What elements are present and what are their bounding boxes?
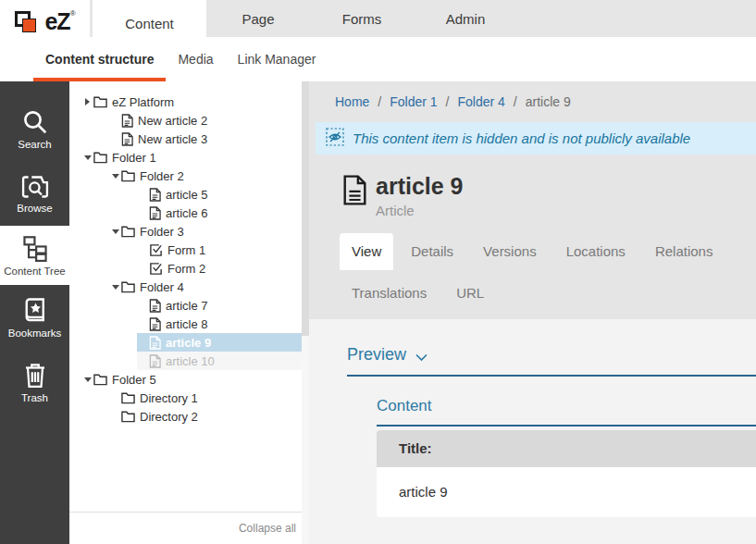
content-tabs: ViewDetailsVersionsLocationsRelationsTra… (340, 233, 756, 312)
tree-item-label: article 6 (166, 206, 208, 220)
tree-item-label: Directory 1 (140, 391, 198, 405)
tree-item-form-1[interactable]: Form 1 (69, 241, 302, 259)
notice-text: This content item is hidden and is not p… (353, 130, 690, 146)
top-tab-page[interactable]: Page (206, 0, 310, 37)
folder-icon (121, 169, 135, 182)
folder-icon (121, 391, 135, 404)
caret-collapsed-icon[interactable] (81, 98, 93, 105)
logo-text: eZ (44, 8, 69, 35)
tree-item-folder-3[interactable]: Folder 3 (69, 222, 302, 241)
hidden-eye-icon (326, 128, 344, 149)
tree-item-label: article 5 (166, 188, 208, 202)
sidebar-item-browse[interactable]: Browse (0, 161, 69, 226)
content-head-area: Home/Folder 1/Folder 4/article 9 This co… (309, 81, 756, 319)
document-icon (342, 175, 367, 218)
breadcrumb-separator: / (514, 94, 517, 109)
preview-toggle[interactable]: Preview (347, 343, 756, 377)
tab-url[interactable]: URL (444, 275, 496, 312)
caret-expanded-icon[interactable] (81, 377, 93, 382)
tree-item-label: Folder 5 (112, 373, 156, 387)
tree-scrollbar-thumb[interactable] (302, 81, 309, 336)
sidebar-item-content-tree[interactable]: Content Tree (0, 226, 69, 285)
tab-locations[interactable]: Locations (554, 233, 638, 270)
tree-item-article-9[interactable]: article 9 (69, 333, 302, 352)
breadcrumb-folder-1[interactable]: Folder 1 (390, 94, 437, 109)
top-tab-admin[interactable]: Admin (414, 0, 517, 37)
tree-item-label: Form 1 (167, 243, 205, 257)
tree-item-new-article-3[interactable]: New article 3 (69, 130, 302, 148)
top-navbar: eZ ® ContentPageFormsAdmin (0, 0, 756, 37)
caret-expanded-icon[interactable] (109, 285, 121, 290)
breadcrumb-home[interactable]: Home (335, 94, 369, 109)
sidebar-item-label: Content Tree (4, 266, 65, 277)
article-icon (121, 132, 133, 146)
field-label: Title: (377, 430, 756, 467)
tree-item-label: Folder 1 (112, 151, 156, 165)
sidebar-item-label: Browse (17, 203, 52, 214)
breadcrumb-separator: / (378, 94, 381, 109)
tab-details[interactable]: Details (399, 233, 465, 270)
form-icon (149, 262, 163, 276)
tree-item-folder-5[interactable]: Folder 5 (69, 370, 302, 389)
tree-item-article-7[interactable]: article 7 (69, 296, 302, 315)
sidebar-item-label: Trash (21, 392, 48, 403)
tree-item-label: article 9 (166, 336, 211, 350)
tree-item-directory-1[interactable]: Directory 1 (69, 389, 302, 407)
hidden-content-notice: This content item is hidden and is not p… (316, 122, 756, 155)
article-icon (149, 299, 161, 313)
tree-item-article-10[interactable]: article 10 (69, 352, 302, 370)
top-nav-tabs: ContentPageFormsAdmin (93, 0, 517, 46)
sidebar-item-search[interactable]: Search (0, 96, 69, 161)
sidebar-item-trash[interactable]: Trash (0, 350, 69, 414)
tree-item-article-6[interactable]: article 6 (69, 204, 302, 222)
collapse-all-button[interactable]: Collapse all (239, 522, 296, 535)
tab-relations[interactable]: Relations (643, 233, 725, 270)
folder-icon (93, 373, 107, 386)
sidebar-item-label: Bookmarks (8, 328, 62, 339)
content-tree-panel: eZ PlatformNew article 2New article 3Fol… (69, 81, 309, 544)
breadcrumb-article-9: article 9 (526, 94, 571, 109)
caret-expanded-icon[interactable] (109, 174, 121, 179)
tree-item-article-5[interactable]: article 5 (69, 185, 302, 204)
top-tab-content[interactable]: Content (93, 0, 206, 46)
tree-scrollbar[interactable] (302, 81, 309, 544)
content-type-label: Article (376, 203, 464, 218)
tree-item-label: Form 2 (167, 262, 205, 276)
folder-icon (121, 280, 135, 293)
tree-item-form-2[interactable]: Form 2 (69, 259, 302, 278)
tree-item-folder-1[interactable]: Folder 1 (69, 148, 302, 167)
tree-item-label: Directory 2 (140, 410, 198, 424)
tree-item-label: New article 2 (138, 114, 207, 128)
bookmarks-icon (21, 297, 49, 325)
top-tab-forms[interactable]: Forms (310, 0, 414, 37)
content-section-heading: Content (377, 397, 756, 427)
content-tree-icon (20, 235, 50, 263)
browse-icon (20, 174, 50, 200)
tab-view[interactable]: View (340, 233, 393, 270)
tree-item-label: article 10 (166, 354, 215, 368)
sidebar-item-bookmarks[interactable]: Bookmarks (0, 285, 69, 350)
tree-item-article-8[interactable]: article 8 (69, 315, 302, 333)
field-value: article 9 (377, 467, 756, 517)
caret-expanded-icon[interactable] (109, 229, 121, 234)
tree-item-folder-2[interactable]: Folder 2 (69, 167, 302, 185)
tab-translations[interactable]: Translations (340, 275, 439, 312)
tree-item-label: Folder 3 (140, 225, 184, 239)
tab-view-body: Preview Content Title: article 9 (309, 319, 756, 517)
registered-mark: ® (70, 9, 76, 18)
tab-versions[interactable]: Versions (471, 233, 549, 270)
tree-item-ez-platform[interactable]: eZ Platform (69, 93, 302, 111)
tree-item-label: Folder 2 (140, 169, 184, 183)
tree-item-folder-4[interactable]: Folder 4 (69, 278, 302, 296)
tree-item-directory-2[interactable]: Directory 2 (69, 407, 302, 426)
content-tree: eZ PlatformNew article 2New article 3Fol… (69, 81, 302, 512)
breadcrumb-folder-4[interactable]: Folder 4 (458, 94, 505, 109)
sidebar-item-label: Search (18, 139, 51, 150)
ez-logo[interactable]: eZ ® (0, 0, 90, 43)
breadcrumb-separator: / (446, 94, 450, 109)
folder-icon (121, 410, 135, 423)
tree-item-new-article-2[interactable]: New article 2 (69, 111, 302, 130)
article-icon (121, 114, 133, 128)
caret-expanded-icon[interactable] (81, 155, 93, 160)
ez-logo-icon (14, 8, 42, 36)
